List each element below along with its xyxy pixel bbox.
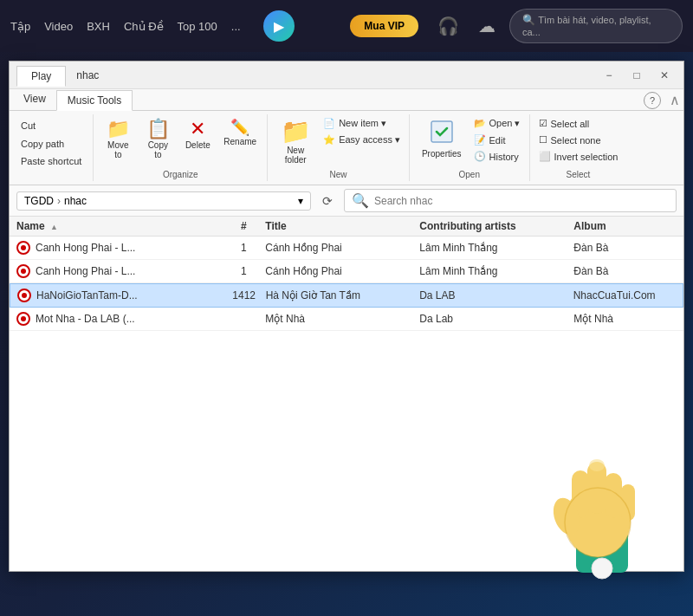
copy-path-button[interactable]: Copy path <box>18 136 84 153</box>
tab-view[interactable]: View <box>13 89 56 110</box>
menu-more[interactable]: ... <box>231 20 241 33</box>
minimize-button[interactable]: − <box>597 63 621 88</box>
row3-title: Hà Nội Giờ Tan Tầm <box>266 289 420 302</box>
copy-to-label: Copyto <box>148 140 168 159</box>
menu-chu-de[interactable]: Chủ Đề <box>124 20 164 33</box>
row3-album: NhacCuaTui.Com <box>573 289 676 302</box>
open-group: Properties 📂 Open ▾ 📝 Edit 🕒 <box>410 114 530 181</box>
close-button[interactable]: ✕ <box>652 63 677 88</box>
tab-music-tools[interactable]: Music Tools <box>56 90 133 111</box>
col-header-album[interactable]: Album <box>573 220 677 232</box>
history-button[interactable]: 🕒 History <box>470 149 524 164</box>
easy-access-button[interactable]: ⭐ Easy access ▾ <box>320 133 404 147</box>
title-bar: Play nhac − □ ✕ <box>10 62 683 89</box>
row4-name: Mot Nha - Da LAB (... <box>16 312 222 326</box>
logo: ▶ <box>263 10 295 42</box>
cut-button[interactable]: Cut <box>18 118 84 135</box>
paste-shortcut-button[interactable]: Paste shortcut <box>18 153 84 171</box>
delete-label: Delete <box>185 140 210 150</box>
col-header-artist[interactable]: Contributing artists <box>419 220 573 232</box>
col-header-name[interactable]: Name ▲ <box>16 220 222 232</box>
window-title: nhac <box>76 69 597 81</box>
select-btns: ☑ Select all ☐ Select none ⬜ Invert sele… <box>535 116 622 164</box>
copy-to-icon: 📋 <box>146 120 170 139</box>
invert-selection-label: Invert selection <box>554 152 619 162</box>
new-group: 📁 Newfolder 📄 New item ▾ ⭐ Easy access ▾ <box>268 114 410 181</box>
address-bar: TGDD › nhac ▾ ⟳ 🔍 <box>10 185 683 217</box>
row4-artist: Da Lab <box>419 313 573 325</box>
vip-button[interactable]: Mua VIP <box>350 15 418 37</box>
new-folder-label: Newfolder <box>285 146 307 165</box>
col-header-title[interactable]: Title <box>265 220 419 232</box>
organize-group: 📁 Moveto 📋 Copyto ✕ Delete ✏️ Rename <box>94 114 268 181</box>
search-bar[interactable]: 🔍 <box>344 189 677 212</box>
row1-num: 1 <box>222 242 265 254</box>
open-label: Open <box>458 168 479 179</box>
clipboard-group: Cut Copy path Paste shortcut <box>10 114 94 181</box>
new-sub-items: 📄 New item ▾ ⭐ Easy access ▾ <box>320 116 404 147</box>
bg-menu: Tập Video BXH Chủ Đề Top 100 ... <box>10 20 241 33</box>
help-icon[interactable]: ? <box>644 92 661 109</box>
file-explorer-window: Play nhac − □ ✕ View Music Tools ? ∧ Cut… <box>9 61 684 572</box>
ribbon-collapse-icon[interactable]: ∧ <box>670 92 680 110</box>
new-item-button[interactable]: 📄 New item ▾ <box>320 116 404 131</box>
select-group: ☑ Select all ☐ Select none ⬜ Invert sele… <box>530 114 627 181</box>
new-label: New <box>330 168 347 179</box>
col-header-number[interactable]: # <box>222 220 265 232</box>
move-to-button[interactable]: 📁 Moveto <box>99 116 137 163</box>
delete-icon: ✕ <box>190 120 205 139</box>
organize-items: 📁 Moveto 📋 Copyto ✕ Delete ✏️ Rename <box>99 116 262 168</box>
breadcrumb[interactable]: TGDD › nhac ▾ <box>16 191 311 211</box>
new-item-icon: 📄 <box>323 118 335 129</box>
tab-play[interactable]: Play <box>16 66 66 87</box>
table-row[interactable]: HaNoiGioTanTam-D... 1412 Hà Nội Giờ Tan … <box>10 283 683 308</box>
menu-bxh[interactable]: BXH <box>87 20 110 33</box>
new-folder-icon: 📁 <box>281 120 311 144</box>
row4-title: Một Nhà <box>265 313 419 325</box>
select-none-button[interactable]: ☐ Select none <box>535 133 622 147</box>
svg-rect-0 <box>431 121 452 142</box>
rename-button[interactable]: ✏️ Rename <box>218 116 262 150</box>
properties-label: Properties <box>422 149 462 159</box>
maximize-button[interactable]: □ <box>625 63 649 88</box>
delete-button[interactable]: ✕ Delete <box>178 116 217 153</box>
move-to-label: Moveto <box>107 140 128 159</box>
breadcrumb-dropdown-icon[interactable]: ▾ <box>298 195 303 207</box>
row1-title: Cánh Hồng Phai <box>265 242 419 254</box>
row2-album: Đàn Bà <box>573 265 677 277</box>
properties-button[interactable]: Properties <box>415 116 469 162</box>
window-controls: − □ ✕ <box>597 63 677 88</box>
select-all-label: Select all <box>551 119 590 129</box>
breadcrumb-sep: › <box>57 195 61 207</box>
sort-arrow: ▲ <box>50 223 58 231</box>
clipboard-list: Cut Copy path Paste shortcut <box>15 116 87 172</box>
search-icon: 🔍 <box>352 192 369 209</box>
rename-label: Rename <box>223 137 256 146</box>
row2-name: Canh Hong Phai - L... <box>16 264 222 278</box>
bg-search-bar: 🔍 Tìm bài hát, video, playlist, ca... <box>509 9 683 43</box>
invert-selection-button[interactable]: ⬜ Invert selection <box>535 149 622 164</box>
select-all-icon: ☑ <box>539 118 547 129</box>
edit-button[interactable]: 📝 Edit <box>470 133 524 147</box>
menu-tap[interactable]: Tập <box>10 20 30 33</box>
easy-access-icon: ⭐ <box>323 134 335 146</box>
table-row[interactable]: Canh Hong Phai - L... 1 Cánh Hồng Phai L… <box>10 260 683 283</box>
table-row[interactable]: Canh Hong Phai - L... 1 Cánh Hồng Phai L… <box>10 237 683 260</box>
organize-label: Organize <box>163 168 198 179</box>
breadcrumb-tgdd[interactable]: TGDD <box>24 195 54 207</box>
search-input[interactable] <box>374 195 669 207</box>
open-button[interactable]: 📂 Open ▾ <box>470 116 524 131</box>
select-items: ☑ Select all ☐ Select none ⬜ Invert sele… <box>535 116 622 168</box>
select-all-button[interactable]: ☑ Select all <box>535 116 622 131</box>
copy-to-button[interactable]: 📋 Copyto <box>139 116 177 163</box>
refresh-button[interactable]: ⟳ <box>316 190 339 212</box>
ribbon-content: Cut Copy path Paste shortcut 📁 Moveto 📋 <box>10 111 683 185</box>
breadcrumb-nhac[interactable]: nhac <box>64 195 87 207</box>
new-folder-button[interactable]: 📁 Newfolder <box>273 116 318 168</box>
edit-icon: 📝 <box>474 134 486 146</box>
ribbon: View Music Tools ? ∧ Cut Copy path Paste… <box>10 89 683 185</box>
file-icon-2 <box>16 264 30 278</box>
table-row[interactable]: Mot Nha - Da LAB (... Một Nhà Da Lab Một… <box>10 308 683 331</box>
menu-top100[interactable]: Top 100 <box>178 20 217 33</box>
menu-video[interactable]: Video <box>44 20 73 33</box>
